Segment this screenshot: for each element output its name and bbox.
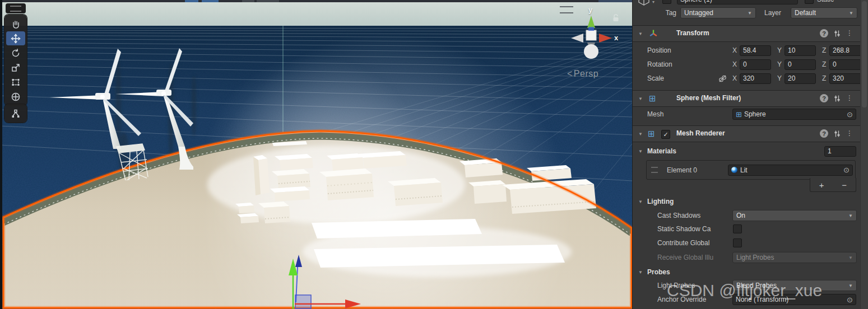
presets-icon[interactable] [833, 130, 841, 138]
contribute-gi-checkbox[interactable] [733, 238, 742, 247]
anchor-override-label: Anchor Override [657, 296, 706, 303]
rect-tool-button[interactable] [6, 75, 25, 89]
foldout-arrow-icon[interactable]: ▼ [638, 199, 643, 204]
scene-viewport[interactable]: y x <Persp [0, 0, 632, 309]
position-z-field[interactable]: 268.8 [829, 45, 862, 56]
anchor-override-row: Anchor Override None (Transform) ⊙ [633, 293, 861, 306]
active-checkbox[interactable] [662, 0, 671, 4]
transform-tool-button[interactable] [6, 90, 25, 104]
object-picker-icon[interactable]: ⊙ [845, 110, 855, 119]
custom-tool-icon [11, 109, 21, 119]
chevron-down-icon: ▼ [748, 11, 752, 16]
gizmo-y-label[interactable]: y [588, 6, 592, 14]
mesh-renderer-header[interactable]: ▼ ⊞ ✓ Mesh Renderer ? ⋮ [633, 125, 861, 142]
name-field[interactable]: Sphere (1) [677, 0, 798, 4]
light-probes-label: Light Probes [657, 282, 695, 289]
mesh-filter-icon: ⊞ [649, 93, 656, 104]
hand-tool-button[interactable] [6, 17, 25, 31]
cast-shadows-dropdown[interactable]: On▼ [732, 210, 857, 221]
persp-toggle[interactable]: <Persp [567, 69, 598, 79]
tag-layer-row: Tag Untagged▼ Layer Default▼ [633, 7, 861, 19]
rotate-icon [11, 48, 21, 58]
mesh-renderer-icon: ⊞ [648, 129, 655, 139]
custom-tool-button[interactable] [6, 106, 25, 120]
position-x-field[interactable]: 58.4 [740, 45, 771, 56]
move-gizmo-plane-handle [295, 295, 311, 308]
transform-header[interactable]: ▼ Transform ? ⋮ [633, 25, 861, 42]
rotate-tool-button[interactable] [6, 46, 25, 60]
mesh-filter-header[interactable]: ▼ ⊞ Sphere (Mesh Filter) ? ⋮ [633, 90, 861, 107]
scale-x-field[interactable]: 320 [740, 73, 771, 84]
chevron-down-icon[interactable]: ▾ [652, 0, 655, 4]
object-picker-icon[interactable]: ⊙ [845, 296, 855, 304]
object-picker-icon[interactable]: ⊙ [842, 166, 851, 174]
rotation-z-field[interactable]: 0 [829, 59, 862, 70]
layer-dropdown[interactable]: Default▼ [791, 7, 857, 18]
presets-icon[interactable] [833, 95, 841, 102]
materials-count-field[interactable]: 1 [824, 146, 856, 157]
rect-icon [11, 77, 21, 87]
gizmo-left-axis [571, 34, 583, 43]
position-row: Position X58.4 Y10 Z268.8 [633, 44, 861, 57]
move-tool-button[interactable] [6, 31, 25, 45]
mesh-row: Mesh ⊞ Sphere ⊙ [633, 108, 861, 120]
rotation-y-field[interactable]: 0 [785, 59, 816, 70]
receive-gi-dropdown[interactable]: Light Probes▼ [732, 252, 857, 263]
toolbar-drag-handle[interactable] [6, 3, 26, 13]
cast-shadows-row: Cast Shadows On▼ [633, 209, 861, 222]
help-icon[interactable]: ? [820, 29, 828, 38]
scrollbar-thumb[interactable] [862, 1, 867, 107]
light-probes-dropdown[interactable]: Blend Probes▼ [732, 280, 857, 291]
rotation-row: Rotation X0 Y0 Z0 [633, 58, 861, 71]
lock-icon [612, 13, 620, 22]
rotation-x-field[interactable]: 0 [740, 59, 771, 70]
chevron-down-icon: ▼ [848, 283, 853, 288]
anchor-override-field[interactable]: None (Transform) ⊙ [732, 294, 856, 305]
inspector-scrollbar[interactable] [860, 0, 868, 309]
remove-material-button[interactable]: − [842, 180, 847, 190]
scale-y-field[interactable]: 20 [785, 73, 816, 84]
static-shadow-caster-row: Static Shadow Ca [633, 224, 861, 234]
material-object-field[interactable]: Lit ⊙ [728, 165, 853, 176]
rotation-label: Rotation [647, 60, 672, 68]
scale-z-field[interactable]: 320 [829, 73, 862, 84]
foldout-arrow-icon[interactable]: ▼ [638, 132, 643, 137]
cast-shadows-label: Cast Shadows [657, 212, 700, 219]
component-enabled-checkbox[interactable]: ✓ [661, 130, 670, 139]
contribute-gi-row: Contribute Global [633, 238, 861, 248]
custom-tools-group [4, 104, 27, 123]
chevron-down-icon: ▼ [848, 255, 853, 260]
mesh-object-field[interactable]: ⊞ Sphere ⊙ [732, 109, 856, 120]
light-probes-row: Light Probes Blend Probes▼ [633, 279, 861, 292]
scale-icon [11, 63, 21, 73]
kebab-menu-icon[interactable]: ⋮ [846, 132, 853, 135]
drag-handle-icon[interactable] [651, 167, 658, 173]
foldout-arrow-icon[interactable]: ▼ [638, 149, 643, 154]
help-icon[interactable]: ? [820, 129, 828, 138]
position-y-field[interactable]: 10 [785, 45, 816, 56]
scene-toolbar [4, 15, 27, 106]
probes-foldout[interactable]: ▼ Probes [633, 266, 861, 278]
kebab-menu-icon[interactable]: ⋮ [846, 32, 853, 35]
lighting-foldout[interactable]: ▼ Lighting [633, 196, 861, 207]
unlinked-scale-icon[interactable] [718, 74, 727, 83]
static-shadow-caster-checkbox[interactable] [733, 224, 742, 233]
material-sphere-icon [731, 167, 737, 173]
add-material-button[interactable]: + [819, 180, 824, 190]
contribute-gi-label: Contribute Global [657, 239, 709, 247]
kebab-menu-icon[interactable]: ⋮ [846, 97, 853, 100]
foldout-arrow-icon[interactable]: ▼ [638, 270, 643, 275]
layer-label: Layer [764, 9, 781, 17]
help-icon[interactable]: ? [820, 94, 828, 102]
foldout-arrow-icon[interactable]: ▼ [638, 31, 643, 36]
gizmo-axes [571, 16, 612, 59]
presets-icon[interactable] [833, 30, 841, 38]
scale-tool-button[interactable] [6, 60, 25, 74]
mesh-icon: ⊞ [736, 110, 742, 119]
scene-render [0, 0, 632, 309]
tag-dropdown[interactable]: Untagged▼ [680, 7, 756, 18]
lighting-title: Lighting [647, 198, 674, 205]
gizmo-x-label[interactable]: x [614, 34, 618, 42]
static-checkbox[interactable] [805, 0, 814, 4]
foldout-arrow-icon[interactable]: ▼ [638, 96, 643, 101]
